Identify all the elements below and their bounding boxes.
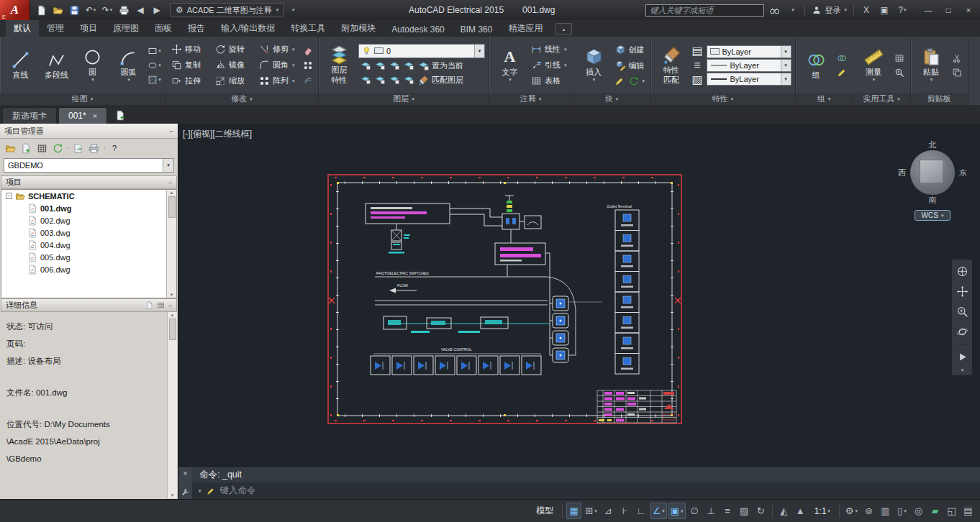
layer-dropdown[interactable]: 0 ▾	[358, 44, 485, 58]
block-attribute-icon[interactable]	[613, 74, 627, 88]
arc-button[interactable]: 圆弧▾	[112, 47, 145, 83]
match-properties-button[interactable]: 特性匹配	[655, 45, 689, 84]
search-options-icon[interactable]: ▾	[784, 2, 800, 18]
layer-freeze-icon[interactable]	[387, 59, 401, 73]
viewcube-east-label[interactable]: 东	[959, 168, 967, 178]
edit-block-button[interactable]: 编辑	[613, 58, 647, 73]
id-point-icon[interactable]	[893, 65, 907, 79]
navbar-menu-icon[interactable]: ▾	[961, 367, 964, 373]
scale-button[interactable]: 缩放	[213, 73, 255, 88]
chevron-down-icon[interactable]: ▾	[474, 45, 484, 58]
zoom-icon[interactable]	[953, 302, 971, 321]
chevron-down-icon[interactable]: ▾	[163, 159, 173, 172]
tree-expander-icon[interactable]: −	[6, 193, 12, 199]
table-button[interactable]: 表格	[529, 73, 569, 88]
ribbon-tab-schematic[interactable]: 原理图	[105, 19, 147, 37]
save-icon[interactable]	[66, 2, 82, 18]
panel-label-draw[interactable]: 绘图▾	[0, 93, 165, 105]
panel-label-properties[interactable]: 特性▾	[651, 93, 795, 105]
fillet-button[interactable]: 圆角▾	[257, 58, 299, 73]
details-scrollbar[interactable]: ▲ ▼	[167, 312, 177, 498]
plot-icon[interactable]	[116, 2, 132, 18]
explode-icon[interactable]	[301, 58, 314, 72]
linear-dimension-button[interactable]: 线性▾	[529, 42, 569, 57]
properties-list-icon[interactable]: ▤	[691, 44, 704, 58]
project-plot-icon[interactable]	[87, 141, 101, 155]
back-icon[interactable]: ◀	[132, 2, 148, 18]
orbit-icon[interactable]	[953, 322, 971, 341]
sign-in-button[interactable]: 登录 ▾	[809, 5, 849, 16]
viewcube-south-label[interactable]: 南	[895, 195, 970, 206]
tree-scrollbar[interactable]: ▲ ▼	[166, 190, 176, 298]
layer-lock-icon[interactable]	[401, 59, 415, 73]
project-new-icon[interactable]	[19, 141, 33, 155]
match-layer-button[interactable]: 匹配图层	[416, 73, 466, 88]
autoscale-icon[interactable]: ▲	[793, 503, 808, 519]
infer-constraints-icon[interactable]: ⊿	[601, 503, 616, 519]
pan-icon[interactable]	[953, 282, 971, 301]
snap-icon[interactable]: ⊞▾	[583, 503, 599, 519]
qat-customize-icon[interactable]: ▾	[285, 2, 301, 18]
redo-icon[interactable]: ↷▾	[99, 2, 115, 18]
ribbon-tab-autodesk360[interactable]: Autodesk 360	[384, 22, 452, 37]
ribbon-tab-panel[interactable]: 面板	[147, 19, 180, 37]
tree-item-006[interactable]: 006.dwg	[1, 263, 176, 275]
layer-properties-button[interactable]: 图层特性	[322, 45, 356, 84]
rotate-button[interactable]: 旋转	[213, 42, 255, 57]
ribbon-tab-manage[interactable]: 管理	[39, 19, 72, 37]
viewcube-north-label[interactable]: 北	[895, 139, 970, 150]
layer-on-icon[interactable]	[358, 73, 372, 87]
ribbon-tab-project[interactable]: 项目	[72, 19, 105, 37]
layer-off-icon[interactable]	[358, 59, 372, 73]
project-task-list-icon[interactable]	[35, 141, 49, 155]
ortho-icon[interactable]: ∟	[634, 503, 649, 519]
viewcube[interactable]: 北 西 东 南 WCS▾	[895, 139, 970, 221]
undo-icon[interactable]: ↶▾	[83, 2, 99, 18]
details-preview-icon[interactable]	[157, 301, 165, 309]
tree-item-002[interactable]: 002.dwg	[1, 214, 176, 226]
measure-button[interactable]: 测量▾	[857, 47, 891, 83]
ribbon-tab-reports[interactable]: 报告	[180, 19, 213, 37]
section-collapse-icon[interactable]: −	[168, 179, 172, 186]
full-navigation-wheel-icon[interactable]	[953, 262, 971, 280]
viewport-controls[interactable]: [-][俯视][二维线框]	[183, 128, 252, 140]
ribbon-minimize-button[interactable]: ▴	[555, 23, 572, 35]
cut-icon[interactable]	[950, 51, 964, 65]
close-button[interactable]: ×	[958, 3, 979, 17]
ribbon-tab-bim360[interactable]: BIM 360	[453, 22, 501, 37]
lineweight-dropdown[interactable]: ByLayer ▾	[707, 73, 791, 86]
copy-button[interactable]: 复制	[169, 58, 211, 73]
properties-list3-icon[interactable]: ▨	[691, 73, 704, 86]
layer-isolate-icon[interactable]	[373, 59, 386, 73]
project-select-dropdown[interactable]: GBDEMO ▾	[4, 158, 174, 173]
color-dropdown[interactable]: ByLayer ▾	[707, 45, 791, 58]
paste-button[interactable]: 粘贴▾	[915, 47, 948, 83]
exchange-apps-icon[interactable]: X	[858, 2, 874, 18]
insert-block-button[interactable]: 插入▾	[577, 47, 611, 83]
ribbon-tab-home[interactable]: 默认	[6, 19, 39, 37]
panel-label-utilities[interactable]: 实用工具▾	[853, 93, 910, 105]
model-space-button[interactable]: 模型	[531, 503, 558, 519]
customize-icon[interactable]: ▤	[961, 503, 976, 519]
apps-store-icon[interactable]: ▣	[876, 2, 892, 18]
panel-collapse-icon[interactable]: −	[169, 127, 173, 135]
search-binoculars-icon[interactable]	[766, 2, 782, 18]
selection-cycling-icon[interactable]: ↻	[753, 503, 768, 519]
line-button[interactable]: 直线	[4, 50, 37, 80]
polar-tracking-icon[interactable]: ∠▾	[650, 503, 667, 519]
hatch-icon[interactable]: ▾	[148, 73, 161, 86]
circle-button[interactable]: 圆▾	[76, 47, 109, 83]
polyline-button[interactable]: 多段线	[40, 50, 73, 80]
array-button[interactable]: 阵列▾	[257, 73, 299, 88]
restore-button[interactable]: □	[938, 3, 958, 17]
panel-label-layers[interactable]: 图层▾	[319, 93, 489, 105]
panel-label-groups[interactable]: 组▾	[796, 93, 853, 105]
annotation-scale-button[interactable]: 1:1▾	[809, 503, 835, 519]
text-button[interactable]: A文字▾	[493, 47, 527, 83]
showmotion-icon[interactable]	[953, 347, 971, 366]
command-customize-wrench-icon[interactable]	[181, 487, 190, 497]
file-tab-new[interactable]: 新选项卡	[2, 107, 57, 124]
block-sync-icon[interactable]	[627, 74, 641, 88]
application-menu-button[interactable]: A E	[0, 0, 30, 20]
lineweight-icon[interactable]: ≡	[720, 503, 735, 519]
